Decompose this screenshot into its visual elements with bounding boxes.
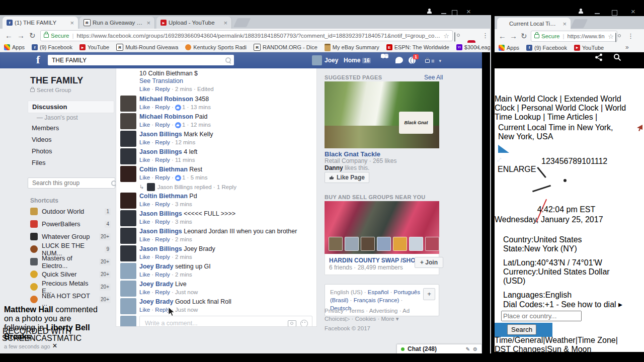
reply-summary[interactable]: ↳Jason Billings replied · 1 Reply xyxy=(139,183,312,191)
like-link[interactable]: Like xyxy=(139,307,150,313)
commenter-avatar[interactable] xyxy=(120,131,136,147)
like-link[interactable]: Like xyxy=(139,236,150,242)
footer-link-cookies[interactable]: Cookies xyxy=(355,316,376,322)
commenter-avatar[interactable] xyxy=(120,245,136,261)
back-button[interactable]: ← xyxy=(499,30,506,43)
profile-link[interactable]: Joey xyxy=(325,57,338,64)
address-bar[interactable]: Secure | https://www.facebook.com/groups… xyxy=(40,30,453,41)
shortcut-item[interactable]: Whatever Group20+ xyxy=(30,230,111,243)
refresh-button[interactable]: ↻ xyxy=(29,29,36,42)
bookmark-star-icon[interactable]: ☆ xyxy=(608,33,614,40)
breadcrumb-link[interactable]: Time Articles xyxy=(547,113,593,121)
commenter-avatar[interactable] xyxy=(120,166,136,182)
footer-link-privacy[interactable]: Privacy xyxy=(325,308,344,314)
privacy-shortcuts-icon[interactable]: ≡ ▾ xyxy=(425,58,441,64)
commenter-avatar[interactable] xyxy=(120,113,136,129)
like-link[interactable]: Like xyxy=(139,201,150,207)
scrollbar-thumb[interactable] xyxy=(633,57,637,92)
scrollbar-thumb[interactable] xyxy=(483,236,489,282)
bookmarks-overflow-icon[interactable]: » xyxy=(475,44,479,51)
reply-link[interactable]: Reply xyxy=(155,86,170,92)
place-search-input[interactable] xyxy=(501,311,582,321)
sidebar-item-files[interactable]: Files xyxy=(28,157,113,168)
comment-author[interactable]: Coltin Biethman xyxy=(139,193,188,200)
commenter-avatar[interactable] xyxy=(120,148,136,164)
like-link[interactable]: Like xyxy=(139,86,150,92)
reply-link[interactable]: Reply xyxy=(155,139,170,145)
bookmark-item[interactable]: f(9) Facebook xyxy=(526,45,567,51)
facebook-search-input[interactable] xyxy=(51,56,225,64)
chrome-menu-icon[interactable]: ⋮ xyxy=(627,32,634,40)
comment-author[interactable]: Joey Brady xyxy=(139,281,173,288)
shortcut-item[interactable]: Quick Silver20+ xyxy=(30,268,111,281)
menu-icon[interactable]: ≡ xyxy=(501,52,507,63)
refresh-button[interactable]: ↻ xyxy=(521,30,527,43)
close-tab-icon[interactable]: × xyxy=(69,20,75,26)
commenter-avatar[interactable] xyxy=(120,210,136,226)
scrollbar-left-window[interactable]: ▲ xyxy=(482,52,490,353)
like-link[interactable]: Like xyxy=(139,139,150,145)
bookmark-item[interactable]: Kentucky Sports Radi xyxy=(185,44,247,50)
category-link-timegeneral[interactable]: Time/General xyxy=(495,336,543,344)
camera-icon[interactable] xyxy=(288,320,296,327)
reply-link[interactable]: Reply xyxy=(155,201,170,207)
search-icon[interactable] xyxy=(613,53,621,61)
comment-author[interactable]: Jason Billings xyxy=(139,131,182,138)
like-link[interactable]: Like xyxy=(139,254,150,260)
commenter-avatar[interactable] xyxy=(120,298,136,314)
reply-link[interactable]: Reply xyxy=(155,272,170,278)
comment-author[interactable]: Michael Robinson xyxy=(139,113,193,120)
sidebar-item-members[interactable]: Members xyxy=(28,122,113,134)
facebook-search-bar[interactable] xyxy=(48,55,234,65)
commenter-avatar[interactable] xyxy=(120,263,136,279)
suggested-page-name[interactable]: Black Gnat Tackle xyxy=(325,150,380,158)
suggested-page-image[interactable]: Black Gnat xyxy=(325,81,439,148)
search-icon[interactable] xyxy=(225,57,231,63)
shortcut-item[interactable]: NBA HOT SPOT ...20+ xyxy=(30,293,111,306)
like-count-badge[interactable]: 1 xyxy=(175,121,185,129)
shortcut-item[interactable]: Masters of Electro...20+ xyxy=(30,255,111,268)
close-window-button[interactable]: × xyxy=(466,9,471,15)
bookmark-item[interactable]: Apps xyxy=(4,44,25,50)
sidebar-item-videos[interactable]: Videos xyxy=(28,134,113,145)
shortcut-item[interactable]: Precious Metals E...20+ xyxy=(30,281,111,293)
footer-link-advertising[interactable]: Advertising xyxy=(369,308,398,314)
close-tab-icon[interactable]: × xyxy=(222,20,228,26)
scrollbar-right-window[interactable]: ▲ xyxy=(632,52,638,352)
comment-author[interactable]: Jason Billings xyxy=(139,210,182,217)
new-message-icon[interactable]: ✎ xyxy=(466,346,470,352)
shortcut-item[interactable]: LUCK BE THE NUM...9 xyxy=(30,243,111,255)
like-link[interactable]: Like xyxy=(139,219,150,225)
reply-link[interactable]: Reply xyxy=(155,219,170,225)
category-link-weather[interactable]: Weather xyxy=(545,336,575,344)
commenter-avatar[interactable] xyxy=(120,96,136,112)
group-search-input[interactable] xyxy=(31,179,111,187)
reply-link[interactable]: Reply xyxy=(155,122,170,128)
see-all-link[interactable]: See All xyxy=(424,74,443,81)
scroll-up-icon[interactable]: ▲ xyxy=(482,52,490,63)
maximize-button[interactable] xyxy=(612,10,617,16)
comment-author[interactable]: Coltin Biethman xyxy=(139,166,188,173)
bookmark-item[interactable]: RMulti-Round Giveawa xyxy=(116,44,178,51)
bookmarks-overflow-icon[interactable]: » xyxy=(625,44,629,51)
like-count-badge[interactable]: 1 xyxy=(175,104,185,111)
share-icon[interactable] xyxy=(595,53,603,61)
like-link[interactable]: Like xyxy=(139,289,150,295)
comment-author[interactable]: Joey Brady xyxy=(139,263,173,270)
home-link[interactable]: Home16 xyxy=(344,57,371,64)
minimize-button[interactable] xyxy=(441,13,446,14)
commenter-avatar[interactable] xyxy=(120,228,136,244)
browser-tab[interactable]: ▸Upload - YouTube× xyxy=(156,17,232,29)
language-link[interactable]: Français (France) xyxy=(354,297,399,303)
breadcrumb-link[interactable]: Main World Clock xyxy=(495,95,557,103)
like-page-button[interactable]: Like Page xyxy=(325,172,369,183)
reply-link[interactable]: Reply xyxy=(155,104,170,110)
enlarge-icon[interactable]: ⤢ xyxy=(497,157,501,163)
search-button[interactable]: Search xyxy=(507,324,536,335)
close-tab-icon[interactable]: × xyxy=(145,20,151,26)
reply-link[interactable]: Reply xyxy=(155,174,170,180)
bookmark-item[interactable]: ▸YouTube xyxy=(574,45,604,51)
commenter-avatar[interactable] xyxy=(120,281,136,297)
footer-link-more[interactable]: More xyxy=(381,316,394,322)
sidebar-item-photos[interactable]: Photos xyxy=(28,145,113,157)
